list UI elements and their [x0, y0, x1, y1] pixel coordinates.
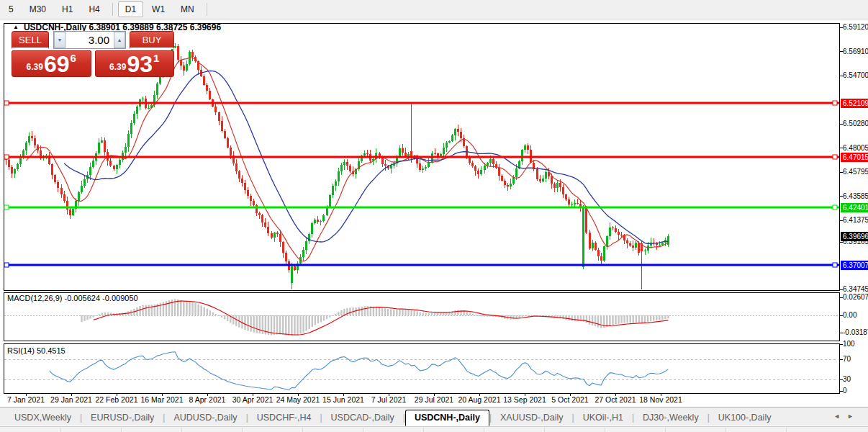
chart-tab-usdx-weekly[interactable]: USDX,Weekly: [6, 410, 80, 426]
date-axis-label: 15 Jun 2021: [322, 395, 364, 404]
price-axis-tick: 6.43585: [843, 192, 868, 200]
chart-tab-ukoil-h1[interactable]: UKOil-,H1: [574, 410, 632, 426]
tab-scroll-arrows: ◄►: [833, 413, 861, 420]
status-cell-separator: [725, 428, 726, 432]
date-axis-label: 29 Jul 2021: [415, 395, 453, 404]
status-cell-separator: [786, 428, 787, 432]
status-cell-separator: [60, 428, 61, 432]
macd-label: MACD(12,26,9) -0.005624 -0.009050: [7, 294, 138, 302]
date-axis-label: 20 Aug 2021: [458, 395, 501, 404]
sell-price-pip: 6: [71, 52, 76, 64]
sell-price-prefix: 6.39: [27, 62, 43, 72]
date-axis-label: 24 May 2021: [276, 395, 320, 404]
date-axis-label: 8 Apr 2021: [189, 395, 226, 404]
status-cell-separator: [121, 428, 122, 432]
line-handle[interactable]: [833, 205, 837, 210]
line-handle[interactable]: [833, 155, 837, 159]
line-handle[interactable]: [4, 155, 9, 159]
chart-tab-usdcnh-daily[interactable]: USDCNH-,Daily: [405, 410, 489, 426]
status-cell-separator: [181, 428, 182, 432]
date-axis-label: 30 Apr 2021: [232, 395, 273, 404]
date-axis-label: 5 Oct 2021: [551, 395, 588, 404]
line-handle[interactable]: [833, 263, 837, 267]
sell-price-box[interactable]: 6.39 69 6: [12, 50, 91, 77]
chart-tab-xauusd-daily[interactable]: XAUUSD-,Daily: [492, 410, 572, 426]
rsi-axis-tick: 100: [843, 340, 855, 348]
price-level-label: 6.52109: [841, 99, 868, 108]
date-axis-label: 29 Jan 2021: [50, 395, 92, 404]
macd-axis-tick: 0.00: [843, 311, 856, 319]
price-axis-tick: 6.59120: [843, 23, 868, 31]
rsi-axis-tick: 70: [843, 355, 851, 363]
rsi-layer: [4, 352, 839, 390]
price-axis-tick: 6.56910: [843, 48, 868, 55]
date-axis-label: 16 Mar 2021: [141, 395, 184, 404]
price-level-label: 6.42401: [841, 203, 868, 212]
status-cell-separator: [484, 428, 484, 432]
macd-axis-tick: -0.03187: [843, 328, 868, 336]
chart-tab-dj30-weekly[interactable]: DJ30-,Weekly: [634, 410, 707, 426]
rsi-axis-tick: 0: [843, 387, 847, 395]
line-handle[interactable]: [4, 205, 9, 210]
one-click-trade-panel: SELL ▼ ▲ BUY 6.39 69 6 6.39 93 1: [12, 31, 174, 77]
sell-button[interactable]: SELL: [12, 31, 49, 49]
price-axis-tick: 6.45795: [843, 168, 868, 176]
sell-price-main: 69: [44, 53, 70, 75]
tab-scroll-right-icon[interactable]: ►: [847, 413, 861, 420]
chart-tab-eurusd-daily[interactable]: EURUSD-,Daily: [82, 410, 163, 426]
status-cell-separator: [605, 428, 605, 432]
chart-tab-usdcad-daily[interactable]: USDCAD-,Daily: [322, 410, 403, 426]
line-handle[interactable]: [833, 101, 837, 105]
status-cell-separator: [665, 428, 666, 432]
macd-layer: [4, 299, 839, 336]
price-axis-tick: 6.48005: [843, 144, 868, 152]
macd-axis-tick: 0.02607: [843, 293, 868, 301]
price-axis-tick: 6.34745: [843, 285, 868, 293]
volume-input[interactable]: [65, 32, 114, 48]
pane-frame: [4, 344, 840, 394]
volume-stepper: ▼ ▲: [53, 31, 126, 49]
line-handle[interactable]: [4, 101, 9, 105]
status-cell-separator: [544, 428, 545, 432]
price-axis-tick: 6.54700: [843, 71, 868, 79]
status-strip: [0, 426, 868, 432]
rsi-axis-tick: 30: [843, 375, 851, 383]
volume-decrease-button[interactable]: ▼: [54, 32, 65, 48]
price-level-label: 6.37007: [841, 261, 868, 270]
symbol-marker-icon: ▲: [13, 24, 19, 30]
rsi-label: RSI(14) 50.4515: [7, 346, 65, 355]
buy-price-box[interactable]: 6.39 93 1: [95, 50, 175, 77]
trading-terminal: 5M30H1H4D1W1MN ▲ USDCNH-,Daily 6.38901 6…: [0, 0, 868, 432]
status-cell-separator: [302, 428, 303, 432]
chart-tab-bar: USDX,Weekly|EURUSD-,Daily|AUDUSD-,Daily|…: [0, 407, 868, 426]
date-axis-label: 18 Nov 2021: [639, 395, 682, 404]
date-axis-label: 13 Sep 2021: [503, 395, 546, 404]
buy-price-pip: 1: [153, 52, 159, 64]
date-axis-label: 22 Feb 2021: [96, 395, 138, 404]
date-axis-label: 7 Jul 2021: [371, 395, 406, 404]
buy-price-prefix: 6.39: [109, 62, 126, 72]
buy-price-main: 93: [127, 53, 153, 75]
price-axis-tick: 6.41375: [843, 216, 868, 224]
status-cell-separator: [242, 428, 243, 432]
buy-button[interactable]: BUY: [130, 31, 174, 49]
chart-tab-uk100-daily[interactable]: UK100-,Daily: [710, 410, 780, 426]
status-cell-separator: [363, 428, 363, 432]
volume-increase-button[interactable]: ▲: [114, 32, 125, 48]
date-axis-label: 7 Jan 2021: [7, 395, 45, 404]
chart-tab-usdchf-h4[interactable]: USDCHF-,H4: [248, 410, 320, 426]
chart-tab-audusd-daily[interactable]: AUDUSD-,Daily: [165, 410, 245, 426]
status-cell-separator: [423, 428, 424, 432]
price-level-label: 6.39696: [841, 232, 868, 241]
price-axis-tick: 6.50280: [843, 120, 868, 127]
line-handle[interactable]: [4, 263, 9, 267]
tab-scroll-left-icon[interactable]: ◄: [833, 413, 847, 420]
date-axis-label: 27 Oct 2021: [595, 395, 636, 404]
price-level-label: 6.47015: [841, 153, 868, 162]
